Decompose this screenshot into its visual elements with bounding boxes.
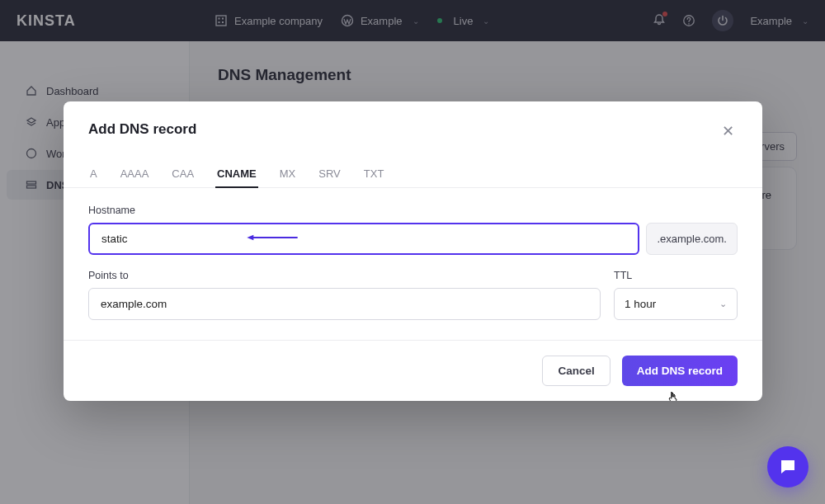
tab-aaaa[interactable]: AAAA xyxy=(119,161,151,187)
record-type-tabs: A AAAA CAA CNAME MX SRV TXT xyxy=(64,149,762,188)
ttl-value: 1 hour xyxy=(625,298,656,310)
tab-mx[interactable]: MX xyxy=(278,161,298,187)
points-to-label: Points to xyxy=(88,270,601,281)
submit-button[interactable]: Add DNS record xyxy=(622,356,738,386)
chat-launcher[interactable] xyxy=(767,446,808,488)
points-to-input[interactable] xyxy=(88,288,601,320)
close-button[interactable]: ✕ xyxy=(718,121,738,141)
close-icon: ✕ xyxy=(722,122,734,140)
chevron-down-icon: ⌄ xyxy=(719,299,727,309)
hostname-label: Hostname xyxy=(88,205,738,216)
tab-cname[interactable]: CNAME xyxy=(215,161,258,188)
cancel-button[interactable]: Cancel xyxy=(542,356,610,386)
pointer-cursor-icon xyxy=(667,391,680,401)
modal-title: Add DNS record xyxy=(88,121,196,138)
ttl-label: TTL xyxy=(614,270,738,281)
tab-txt[interactable]: TXT xyxy=(362,161,386,187)
chat-icon xyxy=(778,457,798,477)
ttl-select[interactable]: 1 hour ⌄ xyxy=(614,288,738,320)
hostname-suffix: .example.com. xyxy=(646,223,738,255)
tab-srv[interactable]: SRV xyxy=(317,161,342,187)
tab-a[interactable]: A xyxy=(88,161,99,187)
add-dns-modal: Add DNS record ✕ A AAAA CAA CNAME MX SRV… xyxy=(64,101,762,401)
tab-caa[interactable]: CAA xyxy=(170,161,196,187)
hostname-input[interactable] xyxy=(88,223,639,255)
